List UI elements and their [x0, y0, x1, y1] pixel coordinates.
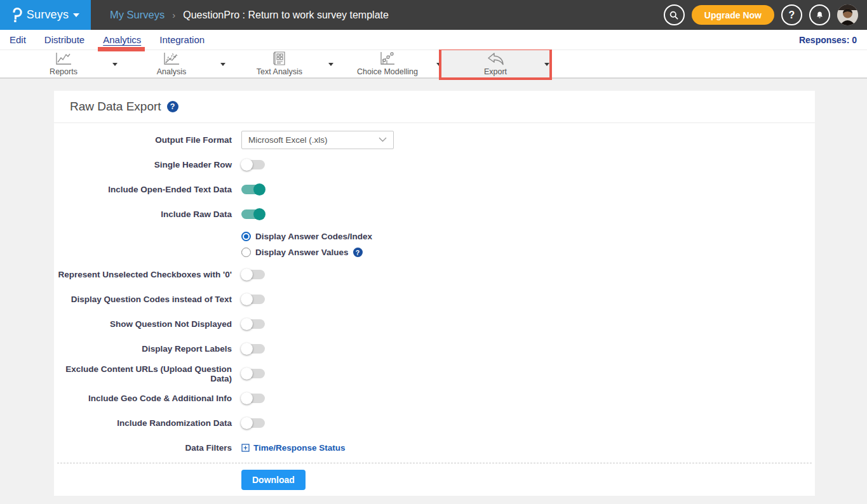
tab-analytics[interactable]: Analytics — [103, 34, 141, 45]
form-row-display-question-codes-instead-of-text: Display Question Codes instead of Text — [54, 287, 815, 312]
field-control — [241, 160, 265, 169]
time-response-status-link[interactable]: Time/Response Status — [241, 443, 346, 453]
toggle-include-open-ended-text-data-on[interactable] — [241, 185, 265, 194]
form-row-show-question-not-displayed: Show Question Not Displayed — [54, 312, 815, 336]
link-label: Time/Response Status — [253, 443, 346, 453]
toggle-knob — [241, 343, 253, 355]
choice-modelling-icon — [379, 52, 396, 66]
breadcrumb-my-surveys-link[interactable]: My Surveys — [110, 9, 165, 21]
tab-integration[interactable]: Integration — [159, 34, 205, 45]
field-label: Output File Format — [54, 135, 232, 145]
toolbar-export[interactable]: Export — [441, 50, 549, 77]
toolbar-choice-modelling[interactable]: Choice Modelling — [333, 50, 441, 77]
field-label: Exclude Content URLs (Upload Question Da… — [54, 364, 232, 383]
page-background: Raw Data Export ? Output File FormatMicr… — [0, 91, 867, 504]
toolbar-label: Choice Modelling — [357, 67, 418, 76]
export-icon — [486, 52, 505, 66]
radio-selected-icon[interactable] — [241, 232, 251, 241]
notifications-bell-icon[interactable] — [809, 4, 830, 25]
panel-title: Raw Data Export — [70, 100, 161, 114]
tab-edit[interactable]: Edit — [10, 34, 26, 45]
field-control: Microsoft Excel (.xls) — [241, 131, 394, 149]
form-row-output-file-format: Output File FormatMicrosoft Excel (.xls) — [54, 127, 815, 152]
radio-display-answer-values[interactable]: Display Answer Values? — [241, 248, 815, 257]
chevron-down-icon — [379, 137, 387, 142]
radio-label: Display Answer Values — [255, 248, 349, 257]
questionpro-logo-icon — [11, 8, 22, 23]
expand-plus-icon[interactable] — [241, 444, 250, 452]
form-row-display-report-labels: Display Report Labels — [54, 336, 815, 361]
user-avatar[interactable] — [837, 4, 858, 25]
field-label: Display Question Codes instead of Text — [54, 295, 232, 304]
radio-dot — [244, 234, 248, 239]
toggle-display-question-codes-instead-of-text-off[interactable] — [241, 295, 265, 304]
panel-header: Raw Data Export ? — [54, 91, 815, 123]
radio-help-icon[interactable]: ? — [353, 248, 363, 257]
field-label: Include Randomization Data — [54, 418, 232, 428]
download-button[interactable]: Download — [241, 470, 306, 490]
chevron-down-icon[interactable] — [220, 63, 225, 69]
toggle-knob — [253, 183, 265, 196]
help-icon[interactable]: ? — [781, 4, 802, 25]
select-value: Microsoft Excel (.xls) — [248, 135, 328, 145]
form-row-include-raw-data: Include Raw Data — [54, 202, 815, 227]
form-row-single-header-row: Single Header Row — [54, 152, 815, 177]
toolbar-label: Export — [484, 67, 507, 76]
field-label: Include Geo Code & Additional Info — [54, 394, 232, 403]
chevron-down-icon[interactable] — [436, 63, 441, 69]
chevron-down-icon[interactable] — [112, 63, 118, 69]
field-label: Include Raw Data — [54, 209, 232, 219]
product-switcher[interactable]: Surveys — [0, 0, 91, 30]
toggle-include-raw-data-on[interactable] — [241, 209, 265, 219]
section-tabs: EditDistributeAnalyticsIntegrationRespon… — [0, 30, 867, 50]
upgrade-now-button[interactable]: Upgrade Now — [692, 5, 774, 25]
toolbar-label: Analysis — [157, 67, 187, 76]
field-label: Include Open-Ended Text Data — [54, 185, 232, 194]
analysis-icon — [163, 52, 180, 66]
radio-unselected-icon[interactable] — [241, 248, 251, 257]
header-actions: Upgrade Now ? — [664, 4, 867, 25]
toggle-exclude-content-urls-upload-question-data-off[interactable] — [241, 369, 265, 378]
panel-help-icon[interactable]: ? — [167, 101, 178, 112]
responses-count: Responses: 0 — [799, 35, 867, 45]
form-row-represent-unselected-checkboxes-with-0: Represent Unselected Checkboxes with '0' — [54, 262, 815, 287]
radio-display-answer-codes-index[interactable]: Display Answer Codes/Index — [241, 232, 815, 241]
toggle-knob — [241, 159, 253, 171]
toggle-show-question-not-displayed-off[interactable] — [241, 319, 265, 329]
toggle-represent-unselected-checkboxes-with-0-off[interactable] — [241, 270, 265, 279]
search-icon[interactable] — [664, 4, 685, 25]
form-row-data-filters: Data FiltersTime/Response Status — [54, 435, 815, 460]
toggle-knob — [241, 293, 253, 305]
toggle-include-randomization-data-off[interactable] — [241, 418, 265, 428]
tab-distribute[interactable]: Distribute — [44, 34, 84, 45]
field-control — [241, 270, 265, 279]
field-label: Single Header Row — [54, 160, 232, 169]
toggle-single-header-row-off[interactable] — [241, 160, 265, 169]
toggle-knob — [241, 368, 253, 380]
export-options-form: Output File FormatMicrosoft Excel (.xls)… — [54, 123, 815, 460]
breadcrumb: My Surveys › QuestionPro : Return to wor… — [110, 9, 389, 21]
toggle-include-geo-code-additional-info-off[interactable] — [241, 394, 265, 403]
toggle-display-report-labels-off[interactable] — [241, 344, 265, 354]
form-row-exclude-content-urls-upload-question-data: Exclude Content URLs (Upload Question Da… — [54, 361, 815, 386]
form-row-include-open-ended-text-data: Include Open-Ended Text Data — [54, 177, 815, 202]
output-file-format-select[interactable]: Microsoft Excel (.xls) — [241, 131, 394, 149]
toggle-knob — [253, 208, 265, 220]
toolbar-analysis[interactable]: Analysis — [118, 50, 225, 77]
field-control: Time/Response Status — [241, 443, 346, 453]
breadcrumb-separator: › — [172, 10, 175, 20]
toolbar-label: Text Analysis — [257, 67, 302, 76]
reports-icon — [55, 52, 72, 66]
field-control — [241, 209, 265, 219]
chevron-down-icon[interactable] — [328, 63, 333, 69]
field-control — [241, 185, 265, 194]
toolbar-reports[interactable]: Reports — [10, 50, 118, 77]
toolbar-text-analysis[interactable]: Text Analysis — [225, 50, 333, 77]
annotation-red-underline — [98, 47, 145, 51]
product-name: Surveys — [27, 8, 69, 22]
radio-label: Display Answer Codes/Index — [255, 232, 372, 241]
chevron-down-icon[interactable] — [544, 63, 549, 69]
field-label: Display Report Labels — [54, 344, 232, 354]
form-row-include-geo-code-additional-info: Include Geo Code & Additional Info — [54, 386, 815, 411]
toolbar-label: Reports — [50, 67, 77, 76]
